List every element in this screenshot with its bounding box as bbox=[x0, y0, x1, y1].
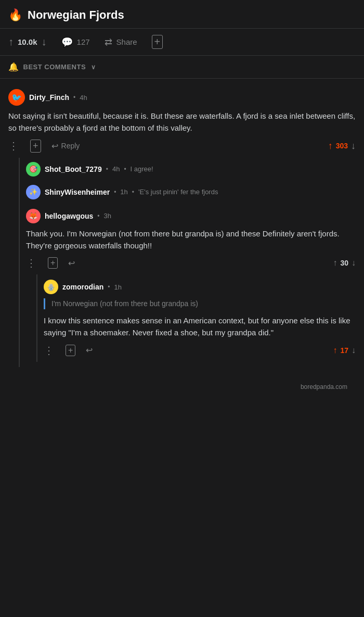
post-actions-bar: ↑ 10.0k ↓ 💬 127 ⇄ Share + bbox=[0, 29, 364, 56]
share-action[interactable]: ⇄ Share bbox=[105, 36, 137, 48]
comment-actions-hellogawgous: ⋮ + ↩ ↑ 30 ↓ bbox=[26, 257, 356, 269]
username-shot-boot[interactable]: Shot_Boot_7279 bbox=[45, 165, 102, 173]
vote-section: ↑ 10.0k ↓ bbox=[8, 36, 47, 48]
comment-dirty-finch: 🐦 Dirty_Finch • 4h Not saying it isn't b… bbox=[0, 83, 364, 373]
comment-body-dirty-finch: Not saying it isn't beautiful, because i… bbox=[8, 110, 356, 134]
upvote-button[interactable]: ↑ bbox=[8, 36, 14, 48]
post-header: 🔥 Norwegian Fjords bbox=[0, 0, 364, 29]
reply-label: Reply bbox=[61, 142, 80, 150]
share-label: Share bbox=[116, 37, 137, 46]
reply-shiny: ✨ ShinyWisenheimer • 1h • 'E's just pini… bbox=[26, 181, 356, 204]
inline-text-shiny: 'E's just pinin' fer the fjords bbox=[138, 188, 218, 196]
watermark-container: boredpanda.com bbox=[0, 377, 364, 395]
comment-header-zomorodian: 🪬 zomorodian • 1h bbox=[44, 280, 356, 294]
hellogawgous-vote-count: 30 bbox=[340, 259, 348, 267]
sort-label: BEST COMMENTS bbox=[23, 63, 86, 71]
dot: • bbox=[73, 94, 75, 101]
timestamp-zomorodian: 1h bbox=[114, 283, 122, 291]
username-hellogawgous[interactable]: hellogawgous bbox=[45, 212, 93, 220]
dot: • bbox=[132, 188, 134, 196]
comment-vote-count: 303 bbox=[336, 142, 348, 150]
username-zomorodian[interactable]: zomorodian bbox=[62, 283, 103, 291]
comment-header: 🐦 Dirty_Finch • 4h bbox=[8, 89, 356, 106]
reply-zomorodian: 🪬 zomorodian • 1h I'm Norwegian (not fro… bbox=[44, 274, 356, 362]
reply-hellogawgous-button[interactable]: ↩ bbox=[68, 258, 75, 268]
zomorodian-downvote[interactable]: ↓ bbox=[352, 346, 356, 355]
reply-button[interactable]: ↩ Reply bbox=[51, 141, 80, 151]
comment-votes: ↑ 303 ↓ bbox=[328, 141, 356, 152]
nested-replies: 🪬 zomorodian • 1h I'm Norwegian (not fro… bbox=[36, 274, 356, 362]
save-zomorodian[interactable]: + bbox=[66, 345, 75, 356]
inline-text-shot-boot: I agree! bbox=[131, 165, 153, 173]
avatar-dirty-finch: 🐦 bbox=[8, 89, 25, 106]
comment-body-zomorodian: I know this sentence makes sense in an A… bbox=[44, 314, 356, 339]
dot: • bbox=[114, 188, 116, 196]
zomorodian-upvote[interactable]: ↑ bbox=[333, 346, 337, 355]
reply-shot-boot: 🎯 Shot_Boot_7279 • 4h • I agree! bbox=[26, 158, 356, 181]
comments-sort-header[interactable]: 🔔 BEST COMMENTS ∨ bbox=[0, 56, 364, 79]
comment-downvote-button[interactable]: ↓ bbox=[351, 141, 356, 152]
comment-icon: 💬 bbox=[61, 36, 73, 48]
vote-count: 10.0k bbox=[18, 37, 37, 46]
timestamp-dirty-finch: 4h bbox=[80, 94, 87, 102]
save-action[interactable]: + bbox=[152, 35, 163, 49]
chevron-down-icon: ∨ bbox=[91, 64, 96, 71]
comment-upvote-button[interactable]: ↑ bbox=[328, 141, 333, 152]
reply-hellogawgous: 🦊 hellogawgous • 3h Thank you. I'm Norwe… bbox=[26, 204, 356, 367]
comment-actions-zomorodian: ⋮ + ↩ ↑ 17 ↓ bbox=[44, 344, 356, 357]
timestamp-shiny: 1h bbox=[120, 188, 127, 196]
bell-icon: 🔔 bbox=[8, 62, 19, 72]
dot: • bbox=[124, 166, 126, 173]
save-hellogawgous[interactable]: + bbox=[48, 257, 58, 269]
hellogawgous-upvote[interactable]: ↑ bbox=[333, 258, 337, 268]
quote-block-zomorodian: I'm Norwegian (not from there but grandp… bbox=[44, 298, 356, 309]
username-dirty-finch[interactable]: Dirty_Finch bbox=[29, 93, 69, 102]
comment-header-hellogawgous: 🦊 hellogawgous • 3h bbox=[26, 209, 356, 223]
timestamp-shot-boot: 4h bbox=[112, 165, 120, 173]
comment-body-hellogawgous: Thank you. I'm Norwegian (not from there… bbox=[26, 228, 356, 252]
hellogawgous-downvote[interactable]: ↓ bbox=[352, 258, 356, 268]
more-options-button[interactable]: ⋮ bbox=[8, 140, 20, 152]
reply-icon: ↩ bbox=[51, 141, 58, 151]
timestamp-hellogawgous: 3h bbox=[104, 212, 111, 220]
hellogawgous-votes: ↑ 30 ↓ bbox=[333, 258, 356, 268]
avatar-shiny: ✨ bbox=[26, 185, 41, 199]
comment-actions-dirty-finch: ⋮ + ↩ Reply ↑ 303 ↓ bbox=[8, 140, 356, 153]
reply-icon: ↩ bbox=[86, 345, 93, 355]
dot: • bbox=[106, 166, 108, 173]
comments-section: 🐦 Dirty_Finch • 4h Not saying it isn't b… bbox=[0, 79, 364, 377]
more-options-hellogawgous[interactable]: ⋮ bbox=[26, 257, 37, 269]
zomorodian-votes: ↑ 17 ↓ bbox=[333, 346, 356, 355]
save-comment-button[interactable]: + bbox=[30, 140, 41, 153]
post-title: Norwegian Fjords bbox=[28, 8, 124, 22]
comments-count: 127 bbox=[77, 37, 90, 46]
username-shiny[interactable]: ShinyWisenheimer bbox=[45, 188, 110, 196]
avatar-hellogawgous: 🦊 bbox=[26, 209, 41, 223]
flame-icon: 🔥 bbox=[8, 8, 22, 22]
watermark: boredpanda.com bbox=[301, 383, 356, 391]
replies-dirty-finch: 🎯 Shot_Boot_7279 • 4h • I agree! ✨ Shiny… bbox=[19, 158, 356, 367]
share-icon: ⇄ bbox=[105, 36, 112, 48]
avatar-shot-boot: 🎯 bbox=[26, 162, 41, 177]
avatar-zomorodian: 🪬 bbox=[44, 280, 58, 294]
save-icon: + bbox=[152, 35, 163, 49]
downvote-button[interactable]: ↓ bbox=[42, 36, 47, 48]
dot: • bbox=[97, 212, 99, 220]
comments-action[interactable]: 💬 127 bbox=[61, 36, 90, 48]
more-options-zomorodian[interactable]: ⋮ bbox=[44, 344, 55, 357]
dot: • bbox=[108, 283, 110, 291]
reply-zomorodian-button[interactable]: ↩ bbox=[86, 345, 93, 355]
zomorodian-vote-count: 17 bbox=[340, 346, 348, 355]
reply-icon: ↩ bbox=[68, 258, 75, 268]
